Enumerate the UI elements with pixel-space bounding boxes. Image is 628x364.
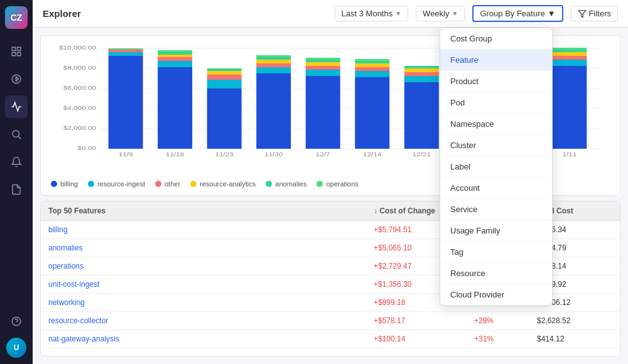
svg-text:11/30: 11/30 xyxy=(264,151,283,157)
filters-button[interactable]: Filters xyxy=(571,6,618,21)
page-title: Explorer xyxy=(43,8,81,19)
svg-line-7 xyxy=(18,136,21,139)
group-by-button[interactable]: Group By Feature ▼ xyxy=(472,5,563,22)
sidebar-item-reports[interactable] xyxy=(5,178,28,201)
svg-rect-49 xyxy=(306,70,340,76)
legend-billing: billing xyxy=(51,180,78,188)
row-name-resource-collector[interactable]: resource-collector xyxy=(48,316,374,325)
sidebar-item-explorer[interactable] xyxy=(5,95,28,118)
svg-rect-63 xyxy=(404,76,439,82)
chevron-down-icon: ▼ xyxy=(452,10,458,17)
row-cost-change: +$578.17 xyxy=(374,316,474,325)
svg-rect-1 xyxy=(18,47,21,50)
row-name-operations[interactable]: operations xyxy=(48,262,374,270)
avatar[interactable]: U xyxy=(6,338,26,358)
svg-rect-28 xyxy=(158,67,192,149)
legend-resource-analytics: resource-analytics xyxy=(190,180,256,188)
sidebar-item-search[interactable] xyxy=(5,123,28,146)
row-cost-change: +$100.14 xyxy=(374,335,474,343)
svg-rect-3 xyxy=(18,53,21,56)
legend-operations: operations xyxy=(317,180,358,188)
svg-text:11/9: 11/9 xyxy=(119,151,133,157)
col-name-header: Top 50 Features xyxy=(48,206,374,215)
dropdown-item-service[interactable]: Service xyxy=(440,199,552,220)
sidebar-item-alerts[interactable] xyxy=(5,151,28,173)
svg-text:$6,000.00: $6,000.00 xyxy=(63,85,97,90)
dropdown-item-cluster[interactable]: Cluster xyxy=(440,135,552,156)
svg-rect-66 xyxy=(404,66,439,68)
svg-rect-25 xyxy=(109,50,143,52)
svg-rect-51 xyxy=(306,62,340,66)
svg-rect-39 xyxy=(207,68,242,71)
svg-rect-46 xyxy=(256,55,291,57)
dropdown-item-tag[interactable]: Tag xyxy=(440,242,552,263)
svg-rect-82 xyxy=(552,56,587,60)
dropdown-item-resource[interactable]: Resource xyxy=(440,263,552,284)
row-name-billing[interactable]: billing xyxy=(48,225,374,234)
svg-rect-45 xyxy=(256,57,291,60)
sidebar-item-help[interactable] xyxy=(5,310,28,333)
row-name-nat-gateway[interactable]: nat-gateway-analysis xyxy=(48,335,374,343)
svg-rect-83 xyxy=(552,52,587,56)
svg-rect-55 xyxy=(355,77,389,149)
svg-rect-42 xyxy=(256,67,291,73)
row-total-cost: $414.12 xyxy=(537,335,612,343)
svg-text:$4,000.00: $4,000.00 xyxy=(63,105,97,110)
dropdown-item-namespace[interactable]: Namespace xyxy=(440,114,552,135)
row-name-networking[interactable]: networking xyxy=(48,298,374,307)
legend-dot-operations xyxy=(317,181,323,187)
svg-point-6 xyxy=(13,131,19,137)
svg-rect-38 xyxy=(207,71,242,75)
dropdown-item-usage-family[interactable]: Usage Family xyxy=(440,220,552,242)
dropdown-item-cost-group[interactable]: Cost Group xyxy=(440,28,552,50)
row-pct: +28% xyxy=(474,316,537,325)
time-range-select[interactable]: Last 3 Months ▼ xyxy=(335,6,409,21)
dropdown-item-pod[interactable]: Pod xyxy=(440,92,552,114)
dropdown-item-feature[interactable]: Feature xyxy=(440,50,552,71)
legend-other: other xyxy=(155,180,180,188)
logo[interactable]: CZ xyxy=(5,6,28,29)
svg-rect-37 xyxy=(207,75,242,80)
header: Explorer Last 3 Months ▼ Weekly ▼ Group … xyxy=(33,0,628,28)
svg-text:1/11: 1/11 xyxy=(562,151,577,157)
svg-rect-24 xyxy=(109,52,143,56)
svg-rect-2 xyxy=(12,53,15,56)
svg-rect-32 xyxy=(158,52,192,55)
svg-rect-84 xyxy=(552,50,587,52)
granularity-select[interactable]: Weekly ▼ xyxy=(416,6,465,21)
svg-text:$10,000.00: $10,000.00 xyxy=(59,45,96,50)
svg-rect-36 xyxy=(207,80,242,88)
svg-rect-31 xyxy=(158,55,192,57)
svg-rect-60 xyxy=(355,59,389,61)
row-name-anomalies[interactable]: anomalies xyxy=(48,244,374,252)
svg-text:$8,000.00: $8,000.00 xyxy=(63,65,97,70)
svg-rect-65 xyxy=(404,68,439,72)
dropdown-item-account[interactable]: Account xyxy=(440,178,552,199)
dropdown-item-product[interactable]: Product xyxy=(440,71,552,92)
row-name-unit-cost-ingest[interactable]: unit-cost-ingest xyxy=(48,280,374,289)
svg-rect-23 xyxy=(109,56,143,149)
svg-rect-59 xyxy=(355,61,389,63)
svg-rect-29 xyxy=(158,61,192,67)
svg-rect-33 xyxy=(158,50,192,52)
main-content: Explorer Last 3 Months ▼ Weekly ▼ Group … xyxy=(33,0,628,364)
sidebar-item-grid[interactable] xyxy=(5,40,28,63)
svg-rect-35 xyxy=(207,88,242,149)
svg-text:11/23: 11/23 xyxy=(215,151,234,157)
legend-dot-resource-analytics xyxy=(190,181,197,187)
svg-rect-26 xyxy=(109,48,143,50)
svg-text:12/21: 12/21 xyxy=(413,151,431,157)
svg-marker-10 xyxy=(578,10,586,17)
sidebar-item-billing[interactable] xyxy=(5,68,28,90)
dropdown-item-label[interactable]: Label xyxy=(440,156,552,178)
legend-dot-other xyxy=(155,181,161,187)
svg-rect-57 xyxy=(355,67,389,71)
sidebar-bottom: U xyxy=(5,310,28,358)
svg-text:12/14: 12/14 xyxy=(363,151,382,157)
dropdown-item-cloud-provider[interactable]: Cloud Provider xyxy=(440,284,552,305)
svg-text:$2,000.00: $2,000.00 xyxy=(63,125,97,131)
svg-rect-80 xyxy=(552,66,587,149)
svg-rect-64 xyxy=(404,72,439,76)
row-pct: +31% xyxy=(474,335,537,343)
svg-rect-44 xyxy=(256,60,291,63)
